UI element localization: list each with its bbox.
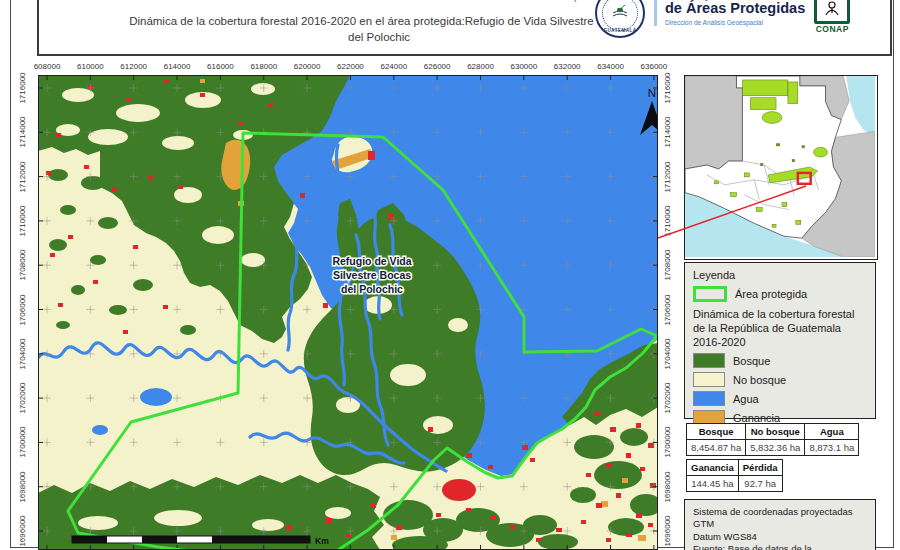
col-bosque: Bosque	[687, 424, 746, 440]
y-axis-label: 1698000	[663, 471, 672, 502]
y-axis-label: 1702000	[663, 383, 672, 414]
x-axis-label: 636000	[641, 62, 668, 71]
x-axis-label: 628000	[467, 62, 494, 71]
svg-text:del Polochic: del Polochic	[341, 283, 403, 295]
legend-item-area-protegida: Área protegida	[693, 286, 867, 302]
y-axis-label: 1696000	[663, 515, 672, 546]
main-map: Refugio de Vida Silvestre Bocas del Polo…	[38, 75, 658, 550]
stats-table-cover: Bosque No bosque Agua 8,454.87 ha 5,832.…	[686, 423, 859, 456]
x-axis-label: 624000	[380, 62, 407, 71]
y-axis-label: 1712000	[663, 161, 672, 192]
x-axis-label: 614000	[164, 62, 191, 71]
legend-item-bosque: Bosque	[693, 353, 867, 368]
col-agua: Agua	[805, 424, 859, 440]
legend-swatch	[693, 391, 725, 406]
col-perdida: Pérdida	[738, 460, 782, 476]
col-no-bosque: No bosque	[746, 424, 805, 440]
y-axis-label: 1714000	[18, 117, 27, 148]
col-ganancia: Ganancia	[687, 460, 739, 476]
x-axis-label: 630000	[510, 62, 537, 71]
y-axis-label: 1704000	[18, 338, 27, 369]
y-axis-label: 1706000	[18, 294, 27, 325]
map-title: Dinámica de la cobertura forestal 2016-2…	[99, 14, 659, 45]
logo-area: GUATEMALA Consejo Nacional de Áreas Prot…	[595, 0, 850, 38]
y-axis-label: 1710000	[18, 205, 27, 236]
y-axis-label: 1714000	[663, 117, 672, 148]
x-axis-label: 618000	[250, 62, 277, 71]
area-label: Refugio de Vida Silvestre Bocas del Polo…	[332, 255, 411, 295]
quetzal-icon	[814, 0, 850, 24]
basemap	[38, 75, 658, 550]
area-protegida-swatch	[693, 286, 727, 302]
y-axis-label: 1708000	[18, 250, 27, 281]
y-axis-label: 1712000	[18, 161, 27, 192]
x-axis-label: 620000	[294, 62, 321, 71]
y-axis-label: 1708000	[663, 250, 672, 281]
y-axis-label: 1710000	[663, 205, 672, 236]
x-axis-label: 634000	[597, 62, 624, 71]
legend-item-agua: Agua	[693, 391, 867, 406]
legend-subtitle: Dinámica de la cobertura forestal de la …	[693, 308, 867, 349]
overview-map	[684, 75, 878, 260]
y-axis-label: 1702000	[18, 383, 27, 414]
svg-text:N: N	[648, 87, 656, 99]
svg-text:Refugio de Vida: Refugio de Vida	[332, 255, 411, 267]
legend: Leyenda Área protegida Dinámica de la co…	[684, 262, 876, 419]
legend-swatch	[693, 353, 725, 368]
legend-swatch	[693, 372, 725, 387]
legend-item-no-bosque: No bosque	[693, 372, 867, 387]
y-axis-label: 1700000	[18, 427, 27, 458]
y-axis-label: 1716000	[663, 72, 672, 103]
x-axis-label: 626000	[424, 62, 451, 71]
conap-logo: CONAP	[814, 0, 850, 34]
y-axis-label: 1704000	[663, 338, 672, 369]
y-axis-label: 1700000	[663, 427, 672, 458]
y-axis-label: 1698000	[18, 471, 27, 502]
x-axis-label: 632000	[554, 62, 581, 71]
svg-text:Km: Km	[315, 536, 329, 546]
x-axis-label: 610000	[77, 62, 104, 71]
y-axis-label: 1716000	[18, 72, 27, 103]
x-axis-label: 608000	[34, 62, 61, 71]
crs-info: Sistema de coordenadas proyectadas GTM D…	[684, 499, 876, 550]
org-name-block: Consejo Nacional de Áreas Protegidas Dir…	[654, 0, 805, 26]
svg-text:Silvestre Bocas: Silvestre Bocas	[333, 269, 411, 281]
title-box: (CONAP) Dinámica de la cobertura foresta…	[37, 0, 892, 56]
legend-title: Leyenda	[693, 269, 867, 281]
guatemala-seal-icon: GUATEMALA	[595, 0, 645, 38]
x-axis-label: 622000	[337, 62, 364, 71]
x-axis-label: 616000	[207, 62, 234, 71]
x-axis-label: 612000	[120, 62, 147, 71]
stats-table-change: Ganancia Pérdida 144.45 ha 92.7 ha	[686, 459, 783, 492]
y-axis-label: 1696000	[18, 515, 27, 546]
y-axis-label: 1706000	[663, 294, 672, 325]
